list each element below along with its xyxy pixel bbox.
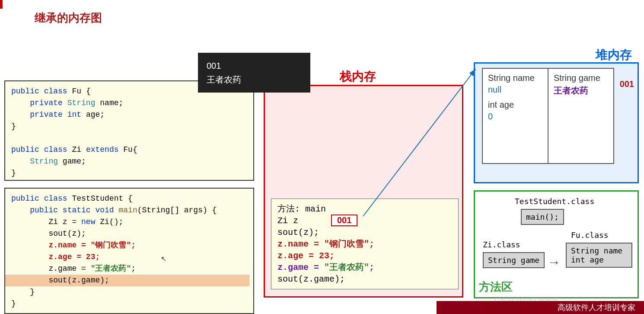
teststudent-main-cell: main(); <box>521 209 564 225</box>
address-badge: 001 <box>331 215 357 226</box>
fu-class-label: Fu.class <box>571 231 609 240</box>
tooltip-line2: 王者农药 <box>207 73 302 87</box>
page-title: 继承的内存图 <box>35 10 102 26</box>
stack-memory-box: 方法: main Zi z sout(z); z.name = "钢门吹雪"; … <box>264 85 463 298</box>
heap-object-parent-fields: String name null int age 0 <box>483 69 548 163</box>
inheritance-arrow-icon: → <box>547 256 561 269</box>
teststudent-class-label: TestStudent.class <box>515 197 594 206</box>
heap-object: String name null int age 0 String game 王… <box>482 68 614 164</box>
code-box-test: public class TestStudent { public static… <box>4 188 254 314</box>
code-box-classes: public class Fu { private String name; p… <box>4 80 254 181</box>
heap-memory-box: 001 String name null int age 0 String ga… <box>474 62 639 183</box>
footer-banner: 高级软件人才培训专家 <box>437 301 644 314</box>
stack-frame: 方法: main Zi z sout(z); z.name = "钢门吹雪"; … <box>271 199 459 289</box>
heap-memory-label: 堆内存 <box>596 47 632 63</box>
heap-object-child-fields: String game 王者农药 <box>548 69 613 163</box>
stack-memory-label: 栈内存 <box>340 68 376 85</box>
mouse-cursor-icon: ↖ <box>161 255 166 263</box>
fu-class-cell: String name int age <box>566 243 632 268</box>
tooltip-line1: 001 <box>207 59 302 73</box>
method-area-label: 方法区 <box>479 279 513 295</box>
heap-object-address: 001 <box>620 79 634 89</box>
zi-class-cell: String game <box>483 252 545 268</box>
zi-class-label: Zi.class <box>483 240 520 249</box>
tooltip-overlay: 001 王者农药 <box>198 53 310 93</box>
